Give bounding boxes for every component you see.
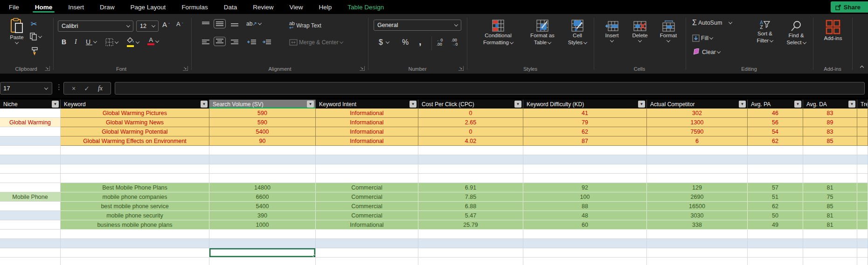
- accounting-format-button[interactable]: $: [379, 38, 389, 47]
- cell[interactable]: 7590: [647, 127, 748, 136]
- add-ins-button[interactable]: Add-ins: [819, 20, 847, 41]
- cell[interactable]: Informational: [316, 220, 418, 230]
- menu-item-file[interactable]: File: [1, 1, 27, 13]
- cell[interactable]: Commercial: [316, 202, 418, 211]
- cell[interactable]: mobile phone companies: [61, 192, 209, 202]
- percent-style-button[interactable]: %: [402, 38, 409, 47]
- cell[interactable]: [803, 230, 857, 239]
- cell[interactable]: [748, 239, 803, 248]
- cell[interactable]: 2690: [647, 192, 748, 202]
- cell[interactable]: [647, 146, 748, 155]
- cell[interactable]: 25.79: [418, 220, 523, 230]
- decrease-indent-button[interactable]: [247, 39, 257, 46]
- font-dialog-launcher[interactable]: ↘: [183, 66, 188, 71]
- cell[interactable]: 51: [748, 192, 803, 202]
- menu-item-insert[interactable]: Insert: [60, 1, 92, 13]
- cell[interactable]: [523, 239, 647, 248]
- cell[interactable]: 85: [803, 136, 857, 146]
- cell[interactable]: [647, 230, 748, 239]
- niche-cell[interactable]: [0, 155, 61, 164]
- find-select-button[interactable]: Find & Select: [783, 20, 810, 46]
- filter-button[interactable]: ▼: [739, 101, 746, 108]
- cell[interactable]: 100: [523, 192, 647, 202]
- cell[interactable]: [857, 109, 868, 118]
- cell[interactable]: best mobile phone service: [61, 202, 209, 211]
- align-right-button[interactable]: [230, 39, 239, 46]
- cell[interactable]: [857, 258, 868, 265]
- filter-button[interactable]: ▼: [638, 101, 645, 108]
- comma-style-button[interactable]: ,: [419, 36, 422, 47]
- cell[interactable]: Global Warming Pictures: [61, 109, 209, 118]
- cell[interactable]: [523, 164, 647, 174]
- cell[interactable]: [803, 239, 857, 248]
- cell[interactable]: 54: [748, 127, 803, 136]
- cell[interactable]: 6.88: [418, 202, 523, 211]
- cell[interactable]: [647, 248, 748, 258]
- cell[interactable]: [857, 202, 868, 211]
- cell[interactable]: [316, 248, 418, 258]
- cell[interactable]: 590: [209, 118, 316, 127]
- sort-filter-button[interactable]: AZ Sort & Filter: [752, 20, 778, 44]
- cell[interactable]: 3030: [647, 211, 748, 220]
- cell[interactable]: business mobile phone plans: [61, 220, 209, 230]
- menu-item-help[interactable]: Help: [311, 1, 340, 13]
- column-header[interactable]: Search Volume (SV)▼: [209, 100, 316, 109]
- cell[interactable]: [857, 164, 868, 174]
- cell[interactable]: 50: [748, 211, 803, 220]
- fill-color-button[interactable]: [127, 37, 139, 47]
- cell[interactable]: 48: [523, 211, 647, 220]
- niche-cell[interactable]: Mobile Phone: [0, 192, 61, 202]
- cell[interactable]: [61, 174, 209, 183]
- enter-icon[interactable]: ✓: [84, 85, 90, 92]
- cell[interactable]: 5400: [209, 127, 316, 136]
- format-as-table-button[interactable]: Format as Table: [524, 20, 561, 46]
- fill-button[interactable]: Fill: [692, 34, 713, 42]
- name-box[interactable]: 17: [0, 82, 52, 95]
- cell[interactable]: 81: [803, 220, 857, 230]
- cell[interactable]: [803, 248, 857, 258]
- wrap-text-button[interactable]: ab↩ Wrap Text: [289, 21, 321, 30]
- cell[interactable]: [857, 174, 868, 183]
- cell[interactable]: mobile phone security: [61, 211, 209, 220]
- cell[interactable]: 41: [523, 109, 647, 118]
- paste-button[interactable]: Paste: [5, 18, 29, 44]
- cell[interactable]: Informational: [316, 136, 418, 146]
- cell[interactable]: [803, 174, 857, 183]
- cell[interactable]: [61, 155, 209, 164]
- cell[interactable]: Commercial: [316, 192, 418, 202]
- menu-item-review[interactable]: Review: [245, 1, 281, 13]
- cell[interactable]: 83: [803, 109, 857, 118]
- cell-styles-button[interactable]: Cell Styles: [564, 20, 590, 46]
- niche-cell[interactable]: Global Warming: [0, 118, 61, 127]
- cell[interactable]: [857, 211, 868, 220]
- niche-cell[interactable]: [0, 248, 61, 258]
- cell[interactable]: [61, 230, 209, 239]
- menu-item-data[interactable]: Data: [216, 1, 245, 13]
- cell[interactable]: Informational: [316, 118, 418, 127]
- selected-cell[interactable]: [209, 248, 316, 258]
- alignment-dialog-launcher[interactable]: ↘: [360, 66, 365, 71]
- decrease-font-button[interactable]: Aˇ: [176, 20, 183, 27]
- cell[interactable]: 81: [803, 211, 857, 220]
- niche-cell[interactable]: [0, 239, 61, 248]
- cell[interactable]: 5.47: [418, 211, 523, 220]
- italic-button[interactable]: I: [75, 38, 77, 46]
- cell[interactable]: [748, 258, 803, 265]
- cell[interactable]: 85: [803, 202, 857, 211]
- insert-cells-button[interactable]: Insert: [601, 20, 623, 42]
- column-header[interactable]: Avg. PA▼: [748, 100, 803, 109]
- cell[interactable]: 75: [803, 192, 857, 202]
- cell[interactable]: [209, 164, 316, 174]
- column-header[interactable]: Keyword Intent▼: [316, 100, 418, 109]
- cell[interactable]: 62: [748, 202, 803, 211]
- cell[interactable]: [523, 230, 647, 239]
- cell[interactable]: 90: [209, 136, 316, 146]
- cell[interactable]: [61, 239, 209, 248]
- filter-button[interactable]: ▼: [410, 101, 417, 108]
- column-header[interactable]: Avg. DA▼: [803, 100, 857, 109]
- increase-indent-button[interactable]: [262, 39, 271, 46]
- cell[interactable]: [418, 239, 523, 248]
- column-header[interactable]: Tre: [857, 100, 868, 109]
- cell[interactable]: [748, 146, 803, 155]
- niche-cell[interactable]: [0, 258, 61, 265]
